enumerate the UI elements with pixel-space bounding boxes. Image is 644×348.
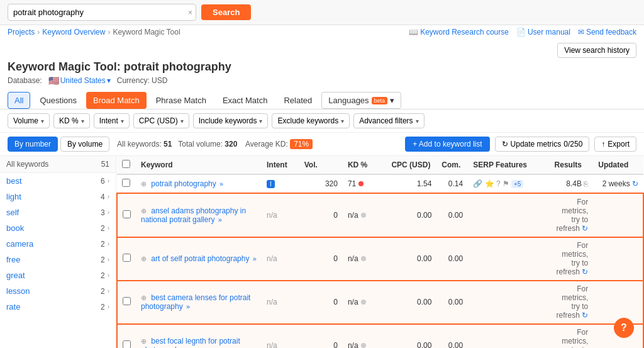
keyword-expand-icon[interactable]: » [186, 303, 190, 310]
keyword-link[interactable]: art of self potrait photography [151, 254, 249, 263]
keyword-link[interactable]: ansel adams photography in national potr… [141, 206, 246, 224]
user-manual-link[interactable]: 📄 User manual [516, 28, 570, 36]
database-dropdown[interactable]: 🇺🇸 United States ▾ [48, 76, 111, 86]
sidebar-item-lesson[interactable]: lesson 2 › [0, 283, 116, 299]
results-bar-left: By number By volume All keywords: 51 Tot… [8, 137, 313, 152]
refresh-icon[interactable]: ↻ [632, 179, 638, 188]
search-button[interactable]: Search [201, 4, 251, 20]
row-checkbox[interactable] [123, 297, 131, 305]
clear-icon[interactable]: × [188, 8, 192, 17]
kd-gray-dot [361, 213, 366, 218]
refresh-link[interactable]: ↻ [582, 267, 588, 276]
keyword-link[interactable]: best camera lenses for potrait photograp… [141, 293, 250, 311]
tab-related[interactable]: Related [277, 92, 319, 109]
table-row: ⊕ best focal legnth for potrait photogra… [117, 324, 643, 349]
refresh-link[interactable]: ↻ [582, 311, 588, 320]
view-search-history-button[interactable]: View search history [557, 43, 636, 58]
row-checkbox[interactable] [122, 179, 130, 187]
results-summary: All keywords: 51 Total volume: 320 Avera… [117, 140, 313, 149]
sidebar-item-best[interactable]: best 6 › [0, 173, 116, 189]
export-icon: ↑ [601, 140, 605, 149]
com-value: 0.00 [448, 298, 463, 306]
sidebar-item-great[interactable]: great 2 › [0, 267, 116, 283]
select-all-checkbox[interactable] [122, 160, 130, 168]
exclude-keywords-filter[interactable]: Exclude keywords ▾ [272, 113, 350, 128]
row-checkbox[interactable] [123, 254, 131, 262]
tab-languages[interactable]: Languages beta ▾ [321, 92, 401, 109]
kd-value: n/a [348, 211, 358, 220]
cpc-filter[interactable]: CPC (USD) ▾ [133, 113, 189, 128]
volume-value: 0 [333, 211, 338, 220]
keyword-link[interactable]: best focal legnth for potrait photograph… [141, 337, 240, 348]
serp-more-badge[interactable]: +5 [511, 180, 523, 188]
sidebar-item-self[interactable]: self 3 › [0, 205, 116, 220]
volume-value: 0 [333, 341, 338, 348]
chevron-down-icon: ▾ [121, 118, 124, 125]
cpc-column-header: CPC (USD) [386, 156, 436, 174]
keyword-link[interactable]: potrait photography [151, 179, 216, 188]
table-row: ⊕ art of self potrait photography » n/a … [117, 237, 643, 281]
volume-column-header[interactable]: Vol. [299, 156, 343, 174]
volume-filter[interactable]: Volume ▾ [8, 113, 50, 128]
breadcrumb-projects[interactable]: Projects [8, 28, 35, 36]
kd-value: 71 [348, 179, 356, 188]
sidebar-item-rate[interactable]: rate 2 › [0, 299, 116, 315]
chevron-down-icon: ▾ [107, 76, 111, 85]
keyword-expand-icon[interactable]: » [219, 180, 223, 188]
advanced-filters[interactable]: Advanced filters ▾ [353, 113, 424, 128]
by-number-toggle[interactable]: By number [8, 137, 58, 152]
help-button[interactable]: ? [614, 318, 634, 338]
volume-value: 0 [333, 254, 338, 263]
cpc-value: 0.00 [417, 298, 431, 306]
kd-value: n/a [348, 254, 358, 263]
intent-na: n/a [267, 254, 277, 263]
filters-bar: Volume ▾ KD % ▾ Intent ▾ CPC (USD) ▾ Inc… [0, 109, 644, 133]
sidebar-header-count: 51 [101, 160, 109, 169]
expand-icon: ⊕ [141, 337, 147, 345]
sidebar-item-free[interactable]: free 2 › [0, 252, 116, 267]
breadcrumb: Projects › Keyword Overview › Keyword Ma… [8, 28, 180, 36]
row-checkbox[interactable] [123, 340, 131, 348]
sidebar-item-light[interactable]: light 4 › [0, 189, 116, 205]
search-query: potrait photography [124, 60, 231, 73]
updated-value: 2 weeks [602, 179, 630, 188]
row-checkbox[interactable] [123, 210, 131, 218]
manual-icon: 📄 [516, 28, 526, 36]
book-icon: 📖 [409, 28, 418, 36]
chevron-right-icon: › [108, 303, 109, 310]
chevron-down-icon: ▾ [180, 118, 184, 125]
update-metrics-button[interactable]: ↻ Update metrics 0/250 [495, 137, 590, 152]
results-column-header: Results [550, 156, 594, 174]
sidebar-header-label: All keywords [6, 160, 48, 169]
include-keywords-filter[interactable]: Include keywords ▾ [193, 113, 269, 128]
refresh-link[interactable]: ↻ [582, 224, 588, 233]
cpc-value: 0.00 [417, 211, 431, 220]
tab-questions[interactable]: Questions [33, 92, 84, 109]
send-feedback-link[interactable]: ✉ Send feedback [578, 28, 636, 36]
keyword-expand-icon[interactable]: » [253, 255, 257, 262]
tab-phrase-match[interactable]: Phrase Match [149, 92, 213, 109]
sidebar-item-book[interactable]: book 2 › [0, 220, 116, 236]
intent-badge: I [267, 180, 275, 188]
tab-all[interactable]: All [8, 92, 30, 109]
breadcrumb-keyword-overview[interactable]: Keyword Overview [42, 28, 105, 36]
chevron-down-icon: ▾ [81, 118, 84, 125]
search-input[interactable] [8, 4, 196, 21]
expand-icon: ⊕ [141, 180, 147, 188]
results-value: 8.4B [566, 179, 582, 188]
keyword-expand-icon[interactable]: » [218, 216, 222, 223]
keyword-research-course-link[interactable]: 📖 Keyword Research course [409, 28, 509, 36]
tab-exact-match[interactable]: Exact Match [216, 92, 275, 109]
sidebar: All keywords 51 best 6 › light 4 › self … [0, 156, 116, 348]
sidebar-item-camera[interactable]: camera 2 › [0, 236, 116, 252]
sidebar-header: All keywords 51 [0, 156, 116, 173]
tab-broad-match[interactable]: Broad Match [86, 92, 147, 109]
feedback-icon: ✉ [578, 28, 584, 36]
add-to-keyword-list-button[interactable]: + Add to keyword list [405, 137, 489, 152]
kd-filter[interactable]: KD % ▾ [53, 113, 90, 128]
by-volume-toggle[interactable]: By volume [60, 137, 109, 152]
intent-filter[interactable]: Intent ▾ [94, 113, 130, 128]
cpc-value: 1.54 [417, 179, 431, 188]
export-button[interactable]: ↑ Export [594, 137, 636, 152]
com-value: 0.00 [448, 254, 463, 263]
